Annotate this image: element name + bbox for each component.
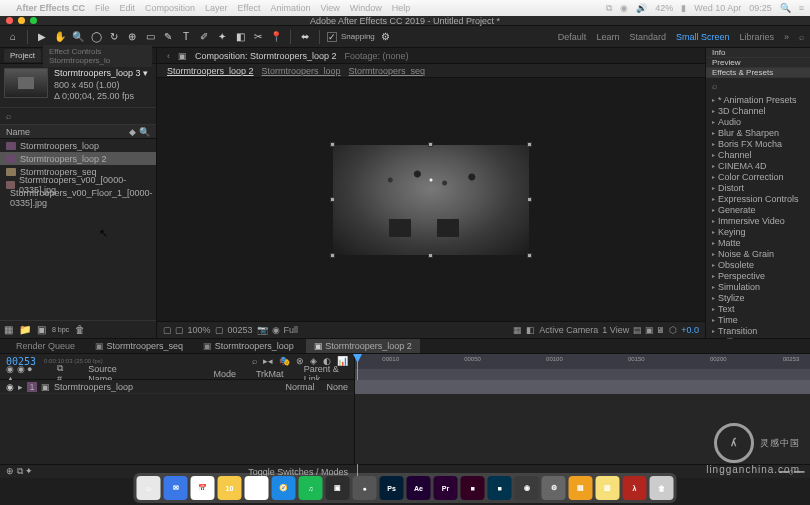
dock-app-icon[interactable]: ♫ [299,476,323,500]
new-folder-icon[interactable]: 📁 [19,324,31,335]
trkmat-header[interactable]: TrkMat [256,369,284,379]
time-ruler[interactable]: 00010 00050 00100 00150 00200 00253 [355,354,810,369]
visibility-toggle-icon[interactable]: ◉ [6,382,14,392]
blend-mode-dropdown[interactable]: Normal [285,382,314,392]
menu-help[interactable]: Help [392,3,411,13]
timeline-track-area[interactable] [355,380,810,464]
camera-dropdown[interactable]: Active Camera [539,325,598,335]
snapping-checkbox[interactable] [327,32,337,42]
minimize-button[interactable] [18,17,25,24]
transform-handle[interactable] [527,142,532,147]
transform-handle[interactable] [330,253,335,258]
screencast-icon[interactable]: ⧉ [606,3,612,14]
dock-app-icon[interactable]: λ [623,476,647,500]
type-tool-icon[interactable]: T [179,30,193,44]
pixel-aspect-icon[interactable]: ▤ ▣ 🖥 [633,325,665,335]
delete-icon[interactable]: 🗑 [75,324,85,335]
resolution-icon[interactable]: ▢ [215,325,224,335]
anchor-tool-icon[interactable]: ⊕ [125,30,139,44]
effects-search-input[interactable]: ⌕ [706,78,810,94]
mode-header[interactable]: Mode [213,369,236,379]
zoom-slider[interactable]: ━━○━━ [779,467,804,477]
dock-app-icon[interactable]: ☺ [137,476,161,500]
spotlight-icon[interactable]: 🔍 [780,3,791,13]
track-matte-dropdown[interactable]: None [326,382,348,392]
dock-app-icon[interactable]: ✉ [164,476,188,500]
ws-default[interactable]: Default [558,32,587,42]
viewport[interactable] [333,145,529,255]
effects-presets-header[interactable]: Effects & Presets [706,68,810,78]
project-item-label[interactable]: Stormtroopers_loop 2 [20,154,107,164]
pen-tool-icon[interactable]: ✎ [161,30,175,44]
hand-tool-icon[interactable]: ✋ [53,30,67,44]
new-comp-icon[interactable]: ▣ [37,324,46,335]
timeline-tab-render[interactable]: Render Queue [8,339,83,353]
audio-icon[interactable]: 🔊 [636,3,647,13]
snap-opts-icon[interactable]: ⚙ [379,30,393,44]
quality-dropdown[interactable]: Full [284,325,299,335]
project-item-label[interactable]: Stormtroopers_v00_Floor_1_[0000-0335].jp… [10,188,153,208]
menu-window[interactable]: Window [350,3,382,13]
mag-menu-icon[interactable]: ▢ ▢ [163,325,184,335]
notif-icon[interactable]: ≡ [799,3,804,13]
dock-app-icon[interactable]: 🧭 [272,476,296,500]
transform-handle[interactable] [428,253,433,258]
maximize-button[interactable] [30,17,37,24]
orbit-tool-icon[interactable]: ◯ [89,30,103,44]
dock-app-icon[interactable]: ⚙ [542,476,566,500]
rotate-tool-icon[interactable]: ↻ [107,30,121,44]
transform-handle[interactable] [527,197,532,202]
snapshot-icon[interactable]: 📷 [257,325,268,335]
ws-standard[interactable]: Standard [629,32,666,42]
dock-app-icon[interactable]: ● [353,476,377,500]
zoom-tool-icon[interactable]: 🔍 [71,30,85,44]
views-dropdown[interactable]: 1 View [602,325,629,335]
name-column-header[interactable]: Name [6,127,30,137]
flow-item[interactable]: Stormtroopers_loop [262,66,341,76]
ws-libraries[interactable]: Libraries [739,32,774,42]
search-layers-icon[interactable]: ⌕ [252,356,257,366]
dock-app-icon[interactable]: ▤ [569,476,593,500]
clone-tool-icon[interactable]: ✦ [215,30,229,44]
draft3d-icon[interactable]: 🎭 [279,356,290,366]
shape-tool-icon[interactable]: ▭ [143,30,157,44]
dock-app-icon[interactable]: Ps [380,476,404,500]
transform-handle[interactable] [527,253,532,258]
layer-collapse-icon[interactable]: ▸ [18,382,23,392]
puppet-tool-icon[interactable]: 📍 [269,30,283,44]
dock-app-icon[interactable]: 10 [218,476,242,500]
frame-display[interactable]: 00253 [228,325,253,335]
project-item-label[interactable]: Stormtroopers_loop [20,141,99,151]
flow-item[interactable]: Stormtroopers_loop 2 [167,66,254,76]
mask-toggle-icon[interactable]: ◧ [526,325,535,335]
grid-icon[interactable]: ▦ [513,325,522,335]
dock-app-icon[interactable]: ■ [488,476,512,500]
menu-effect[interactable]: Effect [238,3,261,13]
search-help-icon[interactable]: ⌕ [799,32,804,42]
home-icon[interactable]: ⌂ [6,30,20,44]
dock-app-icon[interactable]: Pr [434,476,458,500]
transform-handle[interactable] [428,142,433,147]
project-tab[interactable]: Project [4,49,41,62]
comp-nav-icon[interactable]: ‹ [167,51,170,61]
dock-app-icon[interactable]: ● [245,476,269,500]
dock-app-icon[interactable]: ◉ [515,476,539,500]
viewer-area[interactable] [157,78,705,321]
composition-tab[interactable]: Composition: Stormtroopers_loop 2 [195,51,337,61]
dock-app-icon[interactable]: ▣ [326,476,350,500]
transform-handle[interactable] [330,197,335,202]
ws-learn[interactable]: Learn [596,32,619,42]
info-panel-header[interactable]: Info [706,48,810,58]
menu-layer[interactable]: Layer [205,3,228,13]
work-area-bar[interactable] [355,369,810,380]
selection-tool-icon[interactable]: ▶ [35,30,49,44]
timeline-tab[interactable]: ▣ Stormtroopers_seq [87,339,191,353]
exposure-adjust[interactable]: +0.0 [681,325,699,335]
roto-tool-icon[interactable]: ✂ [251,30,265,44]
layer-name[interactable]: Stormtroopers_loop [54,382,133,392]
ws-small-screen[interactable]: Small Screen [676,32,730,42]
bpc-label[interactable]: 8 bpc [52,326,69,333]
zoom-level[interactable]: 100% [188,325,211,335]
3d-icon[interactable]: ⬡ [669,325,677,335]
local-axis-icon[interactable]: ⬌ [298,30,312,44]
